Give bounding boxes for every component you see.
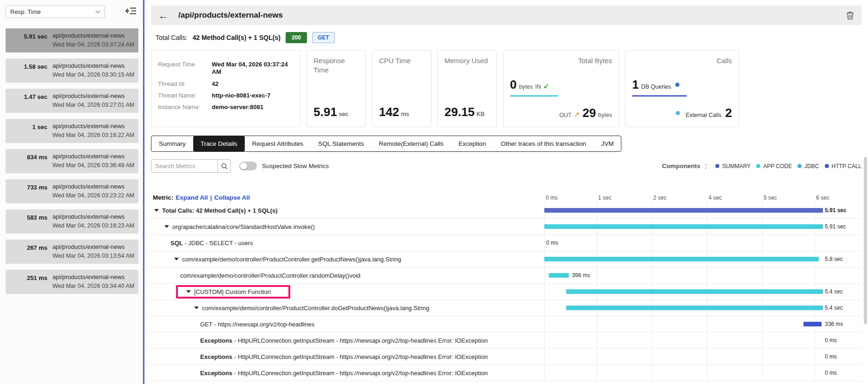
total-bytes-card: Total Bytes 0 bytes IN ↙ OUT ↗ 29 bytes bbox=[503, 50, 619, 127]
bytes-in-underline bbox=[510, 95, 558, 97]
trace-timestamp: Wed Mar 04, 2026 03:36:49 AM bbox=[52, 162, 134, 169]
caret-down-icon[interactable] bbox=[164, 225, 169, 228]
highlight-box: [CUSTOM] Custom Function bbox=[176, 285, 290, 299]
timeline-tick: 0 ms bbox=[546, 195, 558, 201]
timeline-gridline bbox=[815, 349, 815, 364]
metric-label: Metric: bbox=[153, 194, 173, 201]
timeline-gridline bbox=[544, 332, 545, 348]
duration-bar bbox=[544, 208, 823, 213]
metric-controls: Metric: Expand All | Collapse All bbox=[151, 194, 544, 202]
trash-icon[interactable] bbox=[846, 11, 854, 20]
sort-dropdown[interactable]: Resp. Time bbox=[6, 6, 105, 18]
total-calls-label: Total Calls: bbox=[156, 34, 187, 41]
trace-list-item[interactable]: 1 secapi/products/external-newsWed Mar 0… bbox=[6, 119, 138, 143]
duration-bar bbox=[803, 322, 822, 326]
timeline-gridline bbox=[707, 235, 707, 251]
duration-label bbox=[823, 235, 861, 251]
tab-remote-external-calls[interactable]: Remote(External) Calls bbox=[372, 136, 451, 151]
slow-metrics-toggle[interactable] bbox=[239, 162, 257, 170]
tab-trace-details[interactable]: Trace Details bbox=[193, 136, 245, 151]
trace-info: api/products/external-newsWed Mar 04, 20… bbox=[52, 123, 134, 139]
row-timeline-cell bbox=[544, 251, 823, 267]
vertical-scrollbar[interactable] bbox=[864, 157, 867, 324]
timeline-gridline bbox=[652, 267, 653, 283]
info-value: http-nio-8081-exec-7 bbox=[212, 92, 270, 99]
db-queries-row: 1 DB Queries bbox=[632, 78, 732, 92]
timeline-gridline bbox=[707, 349, 707, 364]
trace-list-item[interactable]: 834 msapi/products/external-newsWed Mar … bbox=[6, 149, 138, 173]
duration-label: 0 ms bbox=[823, 365, 861, 381]
trace-duration: 834 ms bbox=[8, 153, 47, 169]
main-panel: ← /api/products/external-news Total Call… bbox=[144, 0, 868, 384]
row-label-text: Total Calls: 42 Method Call(s) + 1 SQL(s… bbox=[162, 207, 278, 214]
trace-name: api/products/external-news bbox=[52, 243, 134, 250]
tab-sql-statements[interactable]: SQL Statements bbox=[311, 136, 372, 151]
tab-request-attributes[interactable]: Request Attributes bbox=[245, 136, 311, 151]
collapse-sidebar-icon[interactable] bbox=[124, 6, 138, 18]
request-info-card: Request TimeWed Mar 04, 2026 03:37:24 AM… bbox=[151, 50, 300, 127]
back-arrow-icon[interactable]: ← bbox=[158, 11, 168, 20]
timeline-gridline bbox=[762, 365, 763, 381]
trace-list-item[interactable]: 5.91 secapi/products/external-newsWed Ma… bbox=[6, 28, 138, 52]
trace-duration: 733 ms bbox=[8, 183, 47, 200]
trace-list-item[interactable]: 583 msapi/products/external-newsWed Mar … bbox=[6, 209, 138, 234]
trace-list-item[interactable]: 733 msapi/products/external-newsWed Mar … bbox=[6, 179, 138, 203]
trace-duration: 1.47 sec bbox=[8, 92, 47, 109]
trace-timestamp: Wed Mar 04, 2026 03:37:24 AM bbox=[52, 41, 134, 48]
timeline-gridline bbox=[597, 365, 597, 381]
trace-list-item[interactable]: 1.58 secapi/products/external-newsWed Ma… bbox=[6, 59, 138, 83]
row-label-cell: [CUSTOM] Custom Function bbox=[151, 284, 544, 299]
app-root: Resp. Time 5.91 secapi/products/external… bbox=[0, 0, 868, 384]
status-code-badge: 200 bbox=[286, 32, 307, 43]
trace-list-item[interactable]: 251 msapi/products/external-newsWed Mar … bbox=[6, 270, 138, 294]
trace-name: api/products/external-news bbox=[52, 32, 134, 39]
tab-summary[interactable]: Summary bbox=[151, 136, 193, 151]
row-label-text: GET - https://newsapi.org/v2/top-headlin… bbox=[200, 321, 314, 328]
duration-label: 0 ms bbox=[823, 349, 861, 364]
search-input[interactable] bbox=[151, 160, 217, 172]
info-label: Thread Id: bbox=[158, 80, 212, 88]
timeline-gridline bbox=[707, 267, 707, 283]
cpu-time-unit: ms bbox=[401, 111, 409, 117]
row-label-cell: com/example/demo/controller/ProductContr… bbox=[151, 251, 544, 267]
tab-other-traces-of-this-transaction[interactable]: Other traces of this transaction bbox=[494, 136, 594, 151]
timeline-gridline bbox=[544, 300, 545, 316]
search-icon[interactable] bbox=[217, 160, 230, 172]
trace-list-item[interactable]: 267 msapi/products/external-newsWed Mar … bbox=[6, 240, 138, 264]
row-label-cell: com/example/demo/controller/ProductContr… bbox=[151, 267, 544, 283]
caret-down-icon[interactable] bbox=[154, 209, 159, 212]
trace-info: api/products/external-newsWed Mar 04, 20… bbox=[52, 32, 134, 49]
caret-down-icon[interactable] bbox=[174, 258, 179, 260]
info-value: 42 bbox=[212, 80, 218, 88]
caret-down-icon[interactable] bbox=[194, 306, 199, 309]
legend-label: APP CODE bbox=[763, 163, 792, 169]
trace-row: Exceptions - HttpURLConnection.getInputS… bbox=[151, 332, 861, 349]
bytes-in-value: 0 bbox=[510, 78, 516, 92]
row-label-text: org/apache/catalina/core/StandardHostVal… bbox=[172, 223, 315, 230]
external-calls-value: 2 bbox=[725, 106, 732, 120]
duration-label: 0 ms bbox=[823, 332, 861, 348]
trace-table-header: Metric: Expand All | Collapse All 0 ms1 … bbox=[151, 191, 861, 202]
duration-label bbox=[823, 267, 861, 283]
tab-exception[interactable]: Exception bbox=[451, 136, 493, 151]
trace-list-item[interactable]: 1.47 secapi/products/external-newsWed Ma… bbox=[6, 89, 138, 113]
trace-info: api/products/external-newsWed Mar 04, 20… bbox=[52, 153, 134, 169]
card-title: Memory Used bbox=[444, 56, 490, 65]
caret-down-icon[interactable] bbox=[186, 290, 191, 293]
tab-jvm[interactable]: JVM bbox=[594, 136, 621, 151]
trace-name: api/products/external-news bbox=[52, 92, 134, 99]
legend-colon: : bbox=[705, 162, 707, 170]
legend-label: SUMMARY bbox=[722, 163, 751, 169]
expand-all-link[interactable]: Expand All bbox=[176, 194, 208, 201]
components-legend: Components : SUMMARYAPP CODEJDBCHTTP CAL… bbox=[662, 162, 861, 170]
card-title: Total Bytes bbox=[510, 56, 612, 65]
metrics-toolbar: Suspected Slow Metrics Components : SUMM… bbox=[151, 159, 861, 173]
duration-label: 5.4 sec bbox=[823, 300, 861, 316]
legend-label: HTTP CALL bbox=[832, 163, 861, 169]
row-label-cell: org/apache/catalina/core/StandardHostVal… bbox=[151, 219, 544, 234]
trace-row: Exceptions - HttpURLConnection.getInputS… bbox=[151, 349, 861, 365]
slow-metrics-label: Suspected Slow Metrics bbox=[262, 163, 329, 169]
collapse-all-link[interactable]: Collapse All bbox=[214, 194, 250, 201]
timeline-gridline bbox=[762, 267, 763, 283]
info-row: Thread Name:http-nio-8081-exec-7 bbox=[158, 92, 294, 99]
